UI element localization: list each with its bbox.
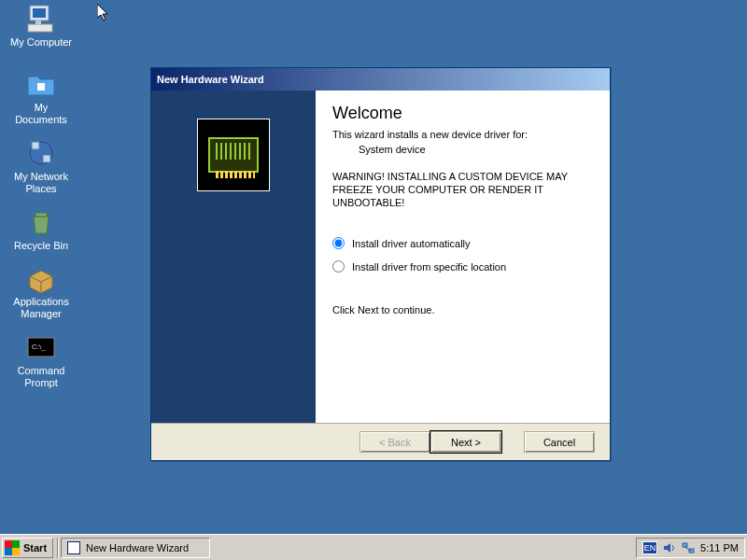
desktop-icon-recycle-bin[interactable]: Recycle Bin (7, 207, 75, 252)
computer-icon (26, 4, 56, 34)
wizard-main-panel: Welcome This wizard installs a new devic… (316, 91, 610, 423)
taskbar-item-label: New Hardware Wizard (86, 542, 189, 553)
desktop-icon-label: My Network Places (7, 171, 75, 195)
desktop-icon-my-documents[interactable]: My Documents (7, 69, 75, 126)
svg-rect-9 (35, 213, 47, 217)
device-chip-icon (197, 119, 270, 191)
desktop-icon-label: Applications Manager (7, 296, 75, 320)
start-label: Start (23, 542, 47, 553)
radio-install-auto-label: Install driver automatically (352, 238, 471, 249)
svg-rect-12 (683, 543, 687, 547)
start-button[interactable]: Start (2, 538, 53, 558)
next-button[interactable]: Next > (430, 431, 501, 453)
network-tray-icon[interactable] (682, 541, 695, 554)
cancel-button[interactable]: Cancel (524, 431, 595, 453)
folder-documents-icon (26, 69, 56, 99)
device-name: System device (359, 144, 587, 155)
volume-icon[interactable] (663, 541, 676, 554)
radio-install-auto-input[interactable] (332, 237, 345, 249)
language-indicator[interactable]: EN (642, 541, 657, 554)
desktop-icon-label: My Documents (7, 102, 75, 126)
desktop-icon-my-computer[interactable]: My Computer (7, 4, 75, 49)
desktop-icon-network-places[interactable]: My Network Places (7, 138, 75, 195)
wizard-heading: Welcome (332, 104, 587, 123)
desktop-icon-label: My Computer (7, 36, 75, 49)
box-icon (26, 263, 56, 293)
windows-logo-icon (5, 540, 20, 555)
svg-marker-0 (97, 4, 107, 21)
wizard-warning: WARNING! INSTALLING A CUSTOM DEVICE MAY … (332, 170, 587, 209)
radio-install-specific-label: Install driver from specific location (352, 261, 506, 273)
svg-text:C:\_: C:\_ (32, 343, 46, 351)
system-tray: EN 5:11 PM (636, 538, 745, 558)
desktop: My Computer My Documents My Network Plac… (0, 0, 747, 534)
svg-rect-8 (43, 155, 50, 162)
continue-text: Click Next to continue. (332, 304, 587, 315)
recycle-bin-icon (26, 207, 56, 237)
svg-rect-3 (28, 24, 52, 32)
wizard-window: New Hardware Wizard Welcome This wizard … (150, 67, 611, 461)
radio-install-auto[interactable]: Install driver automatically (332, 237, 587, 249)
svg-rect-5 (37, 83, 45, 91)
taskbar-separator (57, 538, 59, 558)
wizard-side-panel (151, 91, 316, 423)
svg-rect-13 (689, 549, 694, 553)
titlebar[interactable]: New Hardware Wizard (151, 68, 610, 91)
terminal-icon: C:\_ (26, 332, 56, 362)
svg-rect-2 (33, 8, 46, 18)
svg-rect-4 (35, 21, 41, 24)
taskbar-item-wizard[interactable]: New Hardware Wizard (61, 538, 210, 558)
taskbar: Start New Hardware Wizard EN 5:11 PM (0, 534, 747, 560)
wizard-content: Welcome This wizard installs a new devic… (151, 91, 610, 423)
wizard-button-row: < Back Next > Cancel (151, 423, 610, 460)
radio-install-specific[interactable]: Install driver from specific location (332, 260, 587, 273)
wizard-description: This wizard installs a new device driver… (332, 129, 587, 140)
back-button[interactable]: < Back (359, 431, 430, 453)
clock[interactable]: 5:11 PM (700, 542, 739, 553)
window-mini-icon (67, 541, 80, 554)
window-title: New Hardware Wizard (157, 74, 606, 85)
back-next-group: < Back Next > (359, 431, 501, 453)
network-icon (26, 138, 56, 168)
radio-install-specific-input[interactable] (332, 260, 345, 273)
desktop-icon-applications-manager[interactable]: Applications Manager (7, 263, 75, 320)
desktop-icon-label: Recycle Bin (7, 240, 75, 252)
desktop-icon-command-prompt[interactable]: C:\_ Command Prompt (7, 332, 75, 389)
desktop-icon-label: Command Prompt (7, 365, 75, 389)
svg-rect-7 (32, 142, 39, 149)
